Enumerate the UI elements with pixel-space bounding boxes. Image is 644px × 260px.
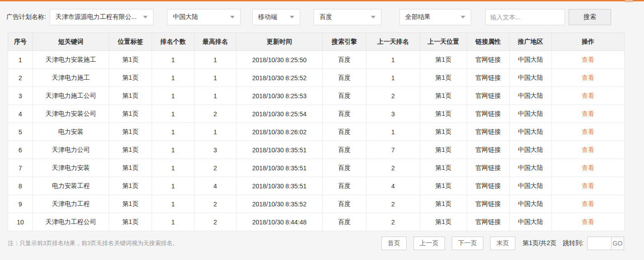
cell-search-engine: 百度: [323, 177, 366, 195]
filter-bar: 广告计划名称: 天津市源源电力工程有限公... 中国大陆 移动端 百度 全部结果…: [0, 1, 644, 32]
keyword-rank-table: 序号 短关键词 位置标签 排名个数 最高排名 更新时间 搜索引擎 上一天排名 上…: [8, 32, 625, 231]
search-engine-select-value: 百度: [320, 13, 332, 21]
col-header-index: 序号: [8, 33, 33, 51]
col-header-search-engine: 搜索引擎: [323, 33, 366, 51]
cell-best-rank: 1: [195, 69, 236, 87]
cell-search-engine: 百度: [323, 123, 366, 141]
go-button[interactable]: GO: [611, 237, 624, 250]
chevron-down-icon: [461, 16, 465, 18]
cell-rank-count: 1: [152, 141, 195, 159]
table-row: 9天津电力工程第1页122018/10/30 8:35:52百度2第1页官网链接…: [8, 195, 625, 213]
plan-name-select[interactable]: 天津市源源电力工程有限公...: [50, 9, 153, 25]
view-link[interactable]: 查看: [582, 218, 594, 225]
cell-position-tag: 第1页: [109, 123, 152, 141]
cell-best-rank: 2: [195, 105, 236, 123]
cell-position-tag: 第1页: [109, 51, 152, 69]
cell-search-engine: 百度: [323, 87, 366, 105]
cell-promo-region: 中国大陆: [510, 177, 552, 195]
note-text: 注：只显示前3页排名结果，前3页无排名关键词视为无搜索排名。: [8, 239, 178, 247]
cell-prev-day-rank: 1: [366, 69, 420, 87]
chevron-down-icon: [371, 16, 375, 18]
cell-index: 10: [8, 213, 33, 231]
cell-prev-day-position: 第1页: [420, 105, 467, 123]
table-row: 8电力安装工程第1页142018/10/30 8:35:51百度4第1页官网链接…: [8, 177, 625, 195]
view-link[interactable]: 查看: [582, 56, 594, 63]
cell-rank-count: 1: [152, 51, 195, 69]
cell-rank-count: 1: [152, 123, 195, 141]
cell-position-tag: 第1页: [109, 141, 152, 159]
cell-promo-region: 中国大陆: [510, 195, 552, 213]
table-row: 1天津电力安装施工第1页112018/10/30 8:25:50百度1第1页官网…: [8, 51, 625, 69]
cell-update-time: 2018/10/30 8:26:02: [236, 123, 323, 141]
cell-prev-day-rank: 7: [366, 141, 420, 159]
cell-action: 查看: [552, 141, 625, 159]
view-link[interactable]: 查看: [582, 182, 594, 189]
table-row: 6天津电力公司第1页132018/10/30 8:35:51百度7第1页官网链接…: [8, 141, 625, 159]
pagination: 首页 上一页 下一页 末页 第1页/共2页 跳转到: GO: [375, 237, 624, 250]
plan-name-label: 广告计划名称:: [6, 13, 46, 21]
col-header-promo-region: 推广地区: [510, 33, 552, 51]
cell-best-rank: 4: [195, 177, 236, 195]
cell-position-tag: 第1页: [109, 159, 152, 177]
cell-prev-day-rank: 3: [366, 105, 420, 123]
cell-link-attribute: 官网链接: [467, 51, 510, 69]
col-header-action: 操作: [552, 33, 625, 51]
cell-promo-region: 中国大陆: [510, 141, 552, 159]
cell-update-time: 2018/10/30 8:25:50: [236, 51, 323, 69]
chevron-down-icon: [143, 16, 148, 18]
view-link[interactable]: 查看: [582, 128, 594, 135]
cell-promo-region: 中国大陆: [510, 87, 552, 105]
cell-rank-count: 1: [152, 213, 195, 231]
cell-update-time: 2018/10/30 8:25:52: [236, 69, 323, 87]
cell-update-time: 2018/10/30 8:35:52: [236, 195, 323, 213]
view-link[interactable]: 查看: [582, 146, 594, 153]
col-header-best-rank: 最高排名: [195, 33, 236, 51]
cell-prev-day-rank: 2: [366, 213, 420, 231]
cell-prev-day-position: 第1页: [420, 141, 467, 159]
next-page-button[interactable]: 下一页: [452, 237, 483, 250]
cell-search-engine: 百度: [323, 105, 366, 123]
col-header-rank-count: 排名个数: [152, 33, 195, 51]
device-select[interactable]: 移动端: [252, 9, 300, 25]
cell-promo-region: 中国大陆: [510, 69, 552, 87]
cell-best-rank: 1: [195, 87, 236, 105]
jump-box: GO: [587, 237, 624, 250]
cell-best-rank: 2: [195, 195, 236, 213]
prev-page-button[interactable]: 上一页: [413, 237, 445, 250]
cell-rank-count: 1: [152, 177, 195, 195]
jump-to-label: 跳转到:: [563, 239, 584, 247]
cell-action: 查看: [552, 213, 625, 231]
cell-promo-region: 中国大陆: [510, 213, 552, 231]
view-link[interactable]: 查看: [582, 74, 594, 81]
cell-search-engine: 百度: [323, 51, 366, 69]
region-select-value: 中国大陆: [173, 13, 198, 21]
cell-action: 查看: [552, 69, 625, 87]
cell-promo-region: 中国大陆: [510, 105, 552, 123]
view-link[interactable]: 查看: [582, 164, 594, 171]
cell-prev-day-position: 第1页: [420, 159, 467, 177]
cell-action: 查看: [552, 51, 625, 69]
page-info: 第1页/共2页: [523, 239, 556, 247]
search-text-input[interactable]: [485, 9, 565, 25]
cell-prev-day-rank: 2: [366, 195, 420, 213]
view-link[interactable]: 查看: [582, 110, 594, 117]
cell-link-attribute: 官网链接: [467, 141, 510, 159]
cell-keyword: 天津电力安装: [33, 159, 109, 177]
cell-rank-count: 1: [152, 87, 195, 105]
first-page-button[interactable]: 首页: [381, 237, 407, 250]
cell-prev-day-position: 第1页: [420, 177, 467, 195]
view-link[interactable]: 查看: [582, 200, 594, 207]
search-button[interactable]: 搜索: [569, 9, 611, 25]
cell-index: 7: [8, 159, 33, 177]
search-engine-select[interactable]: 百度: [314, 9, 381, 25]
region-select[interactable]: 中国大陆: [167, 9, 241, 25]
jump-page-input[interactable]: [588, 237, 611, 250]
cell-prev-day-position: 第1页: [420, 69, 467, 87]
cell-prev-day-rank: 1: [366, 51, 420, 69]
last-page-button[interactable]: 末页: [490, 237, 515, 250]
cell-search-engine: 百度: [323, 195, 366, 213]
view-link[interactable]: 查看: [582, 92, 594, 99]
cell-link-attribute: 官网链接: [467, 69, 510, 87]
table-row: 2天津电力施工第1页112018/10/30 8:25:52百度1第1页官网链接…: [8, 69, 625, 87]
result-filter-select[interactable]: 全部结果: [399, 9, 471, 25]
